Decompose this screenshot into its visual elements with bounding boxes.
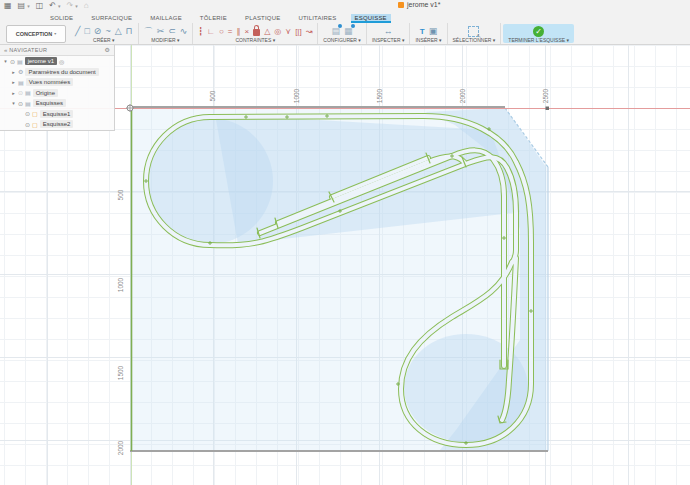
perpendicular-icon[interactable]: ∟ — [207, 27, 215, 36]
tab-utilitaires[interactable]: UTILITAIRES — [294, 14, 340, 23]
fillet-icon[interactable]: ⌒ — [144, 25, 153, 38]
tab-surfacique[interactable]: SURFACIQUE — [87, 14, 136, 23]
redo-icon[interactable]: ↷ — [66, 1, 73, 10]
tree-row-sketches[interactable]: ▾ ⊙ ▤ Esquisses — [0, 98, 114, 109]
tree-label-named-views[interactable]: Vues nommées — [26, 78, 73, 86]
tab-maillage[interactable]: MAILLAGE — [146, 14, 186, 23]
slot-icon[interactable]: ⊓ — [126, 26, 133, 36]
tab-plastique[interactable]: PLASTIQUE — [241, 14, 284, 23]
insert-tspline-icon[interactable]: T — [420, 27, 425, 36]
visibility-eye-icon[interactable]: ⊙ — [25, 110, 30, 117]
rectangle-icon[interactable]: □ — [84, 26, 89, 36]
group-modifier: ⌒ ✂ ⊂ ∿ MODIFIER ▾ — [139, 23, 194, 44]
ruler-label-y: 1500 — [117, 364, 125, 382]
group-configurer: ▤ ▦ CONFIGURER ▾ — [318, 23, 367, 44]
symmetry-icon[interactable]: ⋎ — [285, 27, 291, 36]
gear-badge-icon — [338, 24, 342, 28]
chevron-down-icon[interactable]: ▾ — [27, 3, 30, 9]
settings-gear-icon: ⚙ — [18, 68, 23, 75]
measure-icon[interactable]: ↔ — [384, 26, 393, 36]
expander-icon[interactable]: ▸ — [11, 69, 16, 75]
save-icon[interactable]: ◫ — [36, 1, 44, 10]
offset-icon[interactable]: ⊂ — [168, 26, 176, 36]
group-label-configurer[interactable]: CONFIGURER ▾ — [323, 37, 361, 43]
app-grid-icon[interactable]: ▦ — [4, 1, 12, 10]
toolbar-header: ▦ ▤ ▾ ◫ ↶ ▾ ↷ ▾ ⌂ jerome v1* SOLIDE SURF… — [0, 0, 690, 45]
chevron-down-icon[interactable]: ▾ — [75, 3, 78, 9]
tree-row-sketch1[interactable]: ⊙ ▢ Esquisse1 — [0, 109, 114, 120]
tree-row-document[interactable]: ▾ ⊙ ▤ jerome v1 ◎ — [0, 56, 114, 67]
ruler-label-x: 500 — [209, 87, 217, 105]
tree-label-document[interactable]: jerome v1 — [25, 57, 57, 65]
group-label-inspecter[interactable]: INSPECTER ▾ — [372, 37, 405, 43]
curvature-icon[interactable]: ↝ — [306, 27, 313, 36]
tree-label-sketch2[interactable]: Esquisse2 — [40, 120, 74, 128]
expander-icon[interactable]: ▸ — [11, 90, 16, 96]
tree-row-origin[interactable]: ▸ ⊙ ▤ Origine — [0, 88, 114, 99]
circle-icon[interactable]: ⊘ — [94, 26, 102, 36]
tab-solide[interactable]: SOLIDE — [46, 14, 77, 23]
tree-row-named-views[interactable]: ▸ ▤ Vues nommées — [0, 77, 114, 88]
dimension-icon[interactable]: ┇ — [198, 27, 203, 36]
finish-sketch-check-icon: ✓ — [533, 26, 544, 37]
parameters-icon[interactable]: ▤ — [332, 26, 341, 36]
group-inserer: T ▣ INSÉRER ▾ — [410, 23, 447, 44]
trim-icon[interactable]: ✂ — [157, 26, 165, 36]
active-doc-icon[interactable]: ◎ — [59, 58, 64, 65]
folder-icon: ▤ — [18, 79, 24, 86]
tree-label-sketches[interactable]: Esquisses — [33, 99, 66, 107]
expander-icon[interactable]: ▸ — [11, 79, 16, 85]
collapse-panel-icon[interactable]: « — [4, 47, 7, 53]
midpoint-icon[interactable]: [|] — [295, 27, 302, 36]
group-label-modifier[interactable]: MODIFIER ▾ — [151, 37, 179, 43]
group-creer: ╱ □ ⊘ ~ △ ⊓ CRÉER ▾ — [70, 23, 139, 44]
undo-icon[interactable]: ↶ — [49, 1, 56, 10]
tab-tolerie[interactable]: TÔLERIE — [196, 14, 231, 23]
chevron-down-icon[interactable]: ▾ — [58, 3, 61, 9]
spline-icon[interactable]: ~ — [105, 26, 110, 36]
navigator-title: NAVIGATEUR — [9, 47, 102, 53]
expander-icon[interactable]: ▾ — [3, 58, 8, 64]
visibility-eye-icon[interactable]: ⊙ — [18, 89, 23, 96]
ruler-label-y: 2000 — [117, 439, 125, 457]
finish-sketch-button[interactable]: ✓ TERMINER L'ESQUISSE ▾ — [503, 24, 574, 43]
concentric-icon[interactable]: ◎ — [274, 27, 281, 36]
file-menu-icon[interactable]: ▤ — [18, 1, 26, 10]
tree-row-sketch2[interactable]: ⊙ ▢ Esquisse2 — [0, 119, 114, 130]
tree-row-document-settings[interactable]: ▸ ⚙ Paramètres du document — [0, 67, 114, 78]
conception-dropdown-button[interactable]: CONCEPTION ▾ — [6, 25, 66, 43]
line-icon[interactable]: ╱ — [75, 26, 80, 36]
group-label-selectionner[interactable]: SÉLECTIONNER ▾ — [453, 37, 496, 43]
navigator-gear-icon[interactable]: ⚙ — [105, 46, 110, 53]
insert-image-icon[interactable]: ▣ — [429, 26, 438, 36]
visibility-eye-icon[interactable]: ⊙ — [10, 58, 15, 65]
group-label-inserer[interactable]: INSÉRER ▾ — [415, 37, 441, 43]
equal-icon[interactable]: = — [228, 27, 233, 36]
folder-icon: ▤ — [25, 100, 31, 107]
parallel-icon[interactable]: ∥ — [236, 27, 240, 36]
group-label-creer[interactable]: CRÉER ▾ — [93, 37, 114, 43]
project-icon[interactable]: ∿ — [180, 26, 188, 36]
config-table-icon[interactable]: ▦ — [344, 26, 353, 36]
coincident-icon[interactable]: × — [244, 27, 249, 36]
expander-icon[interactable]: ▾ — [11, 100, 16, 106]
visibility-eye-icon[interactable]: ⊙ — [18, 100, 23, 107]
lock-icon[interactable] — [253, 29, 260, 36]
tree-label-origin[interactable]: Origine — [33, 89, 58, 97]
ruler-label-x: 1000 — [293, 87, 301, 105]
gear-badge-icon — [351, 24, 355, 28]
tangent-icon[interactable]: ○ — [219, 27, 224, 36]
visibility-eye-icon[interactable]: ⊙ — [25, 121, 30, 128]
workspace-tabs: SOLIDE SURFACIQUE MAILLAGE TÔLERIE PLAST… — [46, 12, 690, 23]
home-icon[interactable]: ⌂ — [84, 1, 89, 10]
polygon-icon[interactable]: △ — [115, 26, 122, 36]
tab-esquisse[interactable]: ESQUISSE — [351, 14, 391, 23]
tree-label-sketch1[interactable]: Esquisse1 — [40, 110, 74, 118]
group-inspecter: ↔ INSPECTER ▾ — [367, 23, 411, 44]
tree-label-settings[interactable]: Paramètres du document — [25, 68, 98, 76]
navigator-header: « NAVIGATEUR ⚙ — [0, 44, 114, 56]
fix-icon[interactable]: △ — [264, 27, 270, 36]
select-window-icon[interactable]: ↖ — [468, 26, 479, 37]
group-label-contraintes[interactable]: CONTRAINTES ▾ — [235, 37, 275, 43]
ruler-label-y: 1000 — [117, 276, 125, 294]
